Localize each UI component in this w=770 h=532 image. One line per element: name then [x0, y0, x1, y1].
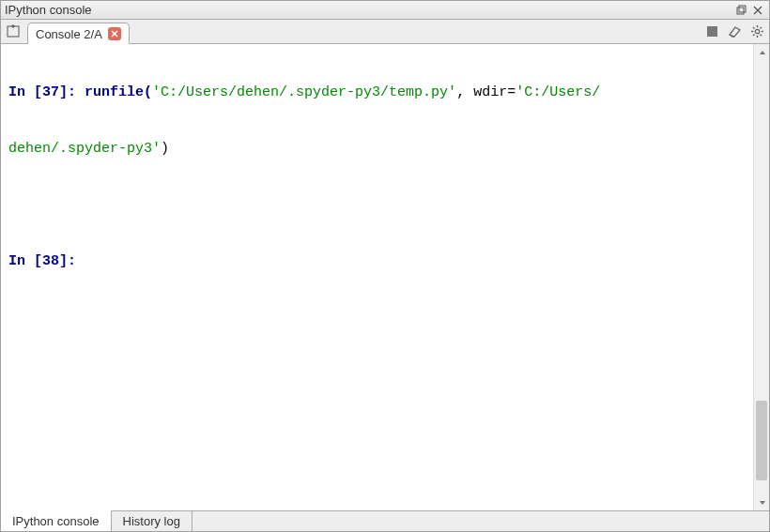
bottom-tab-strip: IPython console History log: [1, 510, 769, 531]
console-line-partial: In [37]: runfile('C:/Users/dehen/.spyder…: [8, 84, 746, 102]
bottom-tab-ipython-console[interactable]: IPython console: [1, 510, 112, 531]
console-area: In [37]: runfile('C:/Users/dehen/.spyder…: [1, 44, 769, 510]
console-prompt-line: In [38]:: [8, 252, 746, 271]
tab-strip: Console 2/A: [1, 20, 769, 44]
bottom-tab-history-log[interactable]: History log: [112, 511, 192, 532]
svg-rect-0: [737, 8, 744, 14]
console-line-continuation: dehen/.spyder-py3'): [8, 140, 746, 159]
vertical-scrollbar[interactable]: [753, 44, 769, 510]
scrollbar-thumb[interactable]: [756, 401, 767, 480]
scrollbar-up-arrow-icon[interactable]: [754, 44, 769, 60]
options-gear-icon[interactable]: [748, 23, 765, 39]
clear-icon[interactable]: [726, 23, 743, 39]
stop-icon[interactable]: [703, 23, 720, 39]
new-console-icon[interactable]: [5, 22, 23, 40]
undock-icon[interactable]: [733, 4, 748, 17]
ipython-console-window: IPython console Console 2/A: [0, 0, 770, 532]
bottom-tab-label: History log: [123, 514, 180, 528]
console-line-blank: [8, 196, 746, 215]
close-tab-icon[interactable]: [108, 27, 121, 40]
close-window-icon[interactable]: [750, 4, 765, 17]
svg-rect-3: [707, 26, 717, 37]
svg-rect-1: [739, 6, 746, 12]
console-output[interactable]: In [37]: runfile('C:/Users/dehen/.spyder…: [1, 44, 753, 510]
tab-label: Console 2/A: [36, 27, 102, 41]
scrollbar-down-arrow-icon[interactable]: [754, 494, 769, 510]
titlebar: IPython console: [1, 1, 769, 20]
tab-console-2a[interactable]: Console 2/A: [27, 23, 130, 44]
window-title: IPython console: [5, 3, 732, 17]
console-tools: [703, 23, 765, 39]
svg-point-4: [755, 29, 759, 33]
bottom-tab-label: IPython console: [12, 514, 100, 528]
